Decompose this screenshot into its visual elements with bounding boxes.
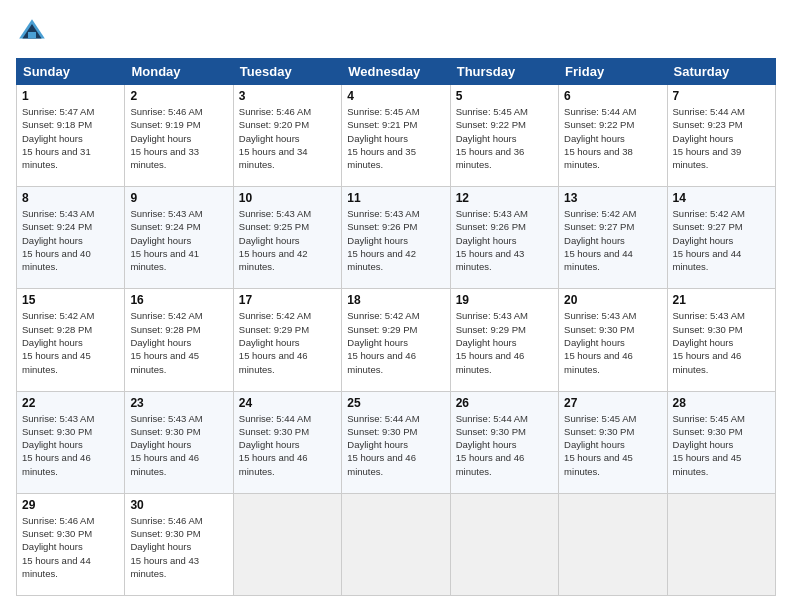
calendar-cell: 12 Sunrise: 5:43 AM Sunset: 9:26 PM Dayl…: [450, 187, 558, 289]
day-info: Sunrise: 5:43 AM Sunset: 9:24 PM Dayligh…: [130, 207, 227, 273]
day-number: 13: [564, 191, 661, 205]
weekday-header: Tuesday: [233, 59, 341, 85]
calendar-cell: 24 Sunrise: 5:44 AM Sunset: 9:30 PM Dayl…: [233, 391, 341, 493]
day-info: Sunrise: 5:42 AM Sunset: 9:29 PM Dayligh…: [347, 309, 444, 375]
day-info: Sunrise: 5:44 AM Sunset: 9:30 PM Dayligh…: [347, 412, 444, 478]
day-number: 4: [347, 89, 444, 103]
day-info: Sunrise: 5:43 AM Sunset: 9:24 PM Dayligh…: [22, 207, 119, 273]
day-info: Sunrise: 5:45 AM Sunset: 9:30 PM Dayligh…: [564, 412, 661, 478]
calendar-cell: 22 Sunrise: 5:43 AM Sunset: 9:30 PM Dayl…: [17, 391, 125, 493]
day-number: 11: [347, 191, 444, 205]
calendar-cell: [667, 493, 775, 595]
day-info: Sunrise: 5:43 AM Sunset: 9:30 PM Dayligh…: [22, 412, 119, 478]
calendar-cell: 6 Sunrise: 5:44 AM Sunset: 9:22 PM Dayli…: [559, 85, 667, 187]
day-number: 24: [239, 396, 336, 410]
day-number: 23: [130, 396, 227, 410]
day-number: 15: [22, 293, 119, 307]
day-info: Sunrise: 5:46 AM Sunset: 9:30 PM Dayligh…: [22, 514, 119, 580]
weekday-header: Friday: [559, 59, 667, 85]
weekday-header: Thursday: [450, 59, 558, 85]
calendar-week-row: 22 Sunrise: 5:43 AM Sunset: 9:30 PM Dayl…: [17, 391, 776, 493]
day-number: 21: [673, 293, 770, 307]
calendar-cell: 20 Sunrise: 5:43 AM Sunset: 9:30 PM Dayl…: [559, 289, 667, 391]
day-number: 10: [239, 191, 336, 205]
day-number: 22: [22, 396, 119, 410]
day-number: 14: [673, 191, 770, 205]
calendar-cell: 9 Sunrise: 5:43 AM Sunset: 9:24 PM Dayli…: [125, 187, 233, 289]
day-info: Sunrise: 5:45 AM Sunset: 9:30 PM Dayligh…: [673, 412, 770, 478]
day-number: 2: [130, 89, 227, 103]
day-info: Sunrise: 5:47 AM Sunset: 9:18 PM Dayligh…: [22, 105, 119, 171]
day-info: Sunrise: 5:43 AM Sunset: 9:26 PM Dayligh…: [456, 207, 553, 273]
day-info: Sunrise: 5:43 AM Sunset: 9:25 PM Dayligh…: [239, 207, 336, 273]
weekday-header: Monday: [125, 59, 233, 85]
day-info: Sunrise: 5:46 AM Sunset: 9:30 PM Dayligh…: [130, 514, 227, 580]
svg-rect-2: [28, 32, 36, 38]
day-number: 9: [130, 191, 227, 205]
day-info: Sunrise: 5:43 AM Sunset: 9:29 PM Dayligh…: [456, 309, 553, 375]
day-info: Sunrise: 5:42 AM Sunset: 9:27 PM Dayligh…: [673, 207, 770, 273]
logo-icon: [16, 16, 48, 48]
calendar-cell: 3 Sunrise: 5:46 AM Sunset: 9:20 PM Dayli…: [233, 85, 341, 187]
calendar-week-row: 1 Sunrise: 5:47 AM Sunset: 9:18 PM Dayli…: [17, 85, 776, 187]
day-info: Sunrise: 5:44 AM Sunset: 9:22 PM Dayligh…: [564, 105, 661, 171]
weekday-header: Saturday: [667, 59, 775, 85]
day-info: Sunrise: 5:43 AM Sunset: 9:30 PM Dayligh…: [564, 309, 661, 375]
day-number: 12: [456, 191, 553, 205]
calendar-cell: 17 Sunrise: 5:42 AM Sunset: 9:29 PM Dayl…: [233, 289, 341, 391]
day-info: Sunrise: 5:46 AM Sunset: 9:20 PM Dayligh…: [239, 105, 336, 171]
weekday-header: Sunday: [17, 59, 125, 85]
day-number: 3: [239, 89, 336, 103]
calendar-cell: 19 Sunrise: 5:43 AM Sunset: 9:29 PM Dayl…: [450, 289, 558, 391]
calendar-cell: 18 Sunrise: 5:42 AM Sunset: 9:29 PM Dayl…: [342, 289, 450, 391]
day-info: Sunrise: 5:43 AM Sunset: 9:26 PM Dayligh…: [347, 207, 444, 273]
calendar-cell: 10 Sunrise: 5:43 AM Sunset: 9:25 PM Dayl…: [233, 187, 341, 289]
calendar-cell: 11 Sunrise: 5:43 AM Sunset: 9:26 PM Dayl…: [342, 187, 450, 289]
calendar-cell: 15 Sunrise: 5:42 AM Sunset: 9:28 PM Dayl…: [17, 289, 125, 391]
day-number: 8: [22, 191, 119, 205]
day-number: 18: [347, 293, 444, 307]
header: [16, 16, 776, 48]
day-info: Sunrise: 5:42 AM Sunset: 9:28 PM Dayligh…: [22, 309, 119, 375]
day-info: Sunrise: 5:45 AM Sunset: 9:22 PM Dayligh…: [456, 105, 553, 171]
day-number: 25: [347, 396, 444, 410]
calendar-week-row: 29 Sunrise: 5:46 AM Sunset: 9:30 PM Dayl…: [17, 493, 776, 595]
calendar-cell: 13 Sunrise: 5:42 AM Sunset: 9:27 PM Dayl…: [559, 187, 667, 289]
day-number: 16: [130, 293, 227, 307]
calendar-cell: [233, 493, 341, 595]
calendar-cell: 27 Sunrise: 5:45 AM Sunset: 9:30 PM Dayl…: [559, 391, 667, 493]
calendar-cell: [342, 493, 450, 595]
weekday-header: Wednesday: [342, 59, 450, 85]
calendar-cell: 28 Sunrise: 5:45 AM Sunset: 9:30 PM Dayl…: [667, 391, 775, 493]
calendar-cell: 5 Sunrise: 5:45 AM Sunset: 9:22 PM Dayli…: [450, 85, 558, 187]
calendar-cell: 2 Sunrise: 5:46 AM Sunset: 9:19 PM Dayli…: [125, 85, 233, 187]
calendar-cell: 25 Sunrise: 5:44 AM Sunset: 9:30 PM Dayl…: [342, 391, 450, 493]
day-info: Sunrise: 5:43 AM Sunset: 9:30 PM Dayligh…: [673, 309, 770, 375]
day-info: Sunrise: 5:44 AM Sunset: 9:30 PM Dayligh…: [239, 412, 336, 478]
calendar-cell: [450, 493, 558, 595]
calendar-cell: [559, 493, 667, 595]
calendar: SundayMondayTuesdayWednesdayThursdayFrid…: [16, 58, 776, 596]
calendar-cell: 8 Sunrise: 5:43 AM Sunset: 9:24 PM Dayli…: [17, 187, 125, 289]
day-info: Sunrise: 5:42 AM Sunset: 9:27 PM Dayligh…: [564, 207, 661, 273]
day-info: Sunrise: 5:44 AM Sunset: 9:30 PM Dayligh…: [456, 412, 553, 478]
day-number: 6: [564, 89, 661, 103]
calendar-cell: 16 Sunrise: 5:42 AM Sunset: 9:28 PM Dayl…: [125, 289, 233, 391]
day-info: Sunrise: 5:42 AM Sunset: 9:29 PM Dayligh…: [239, 309, 336, 375]
calendar-cell: 30 Sunrise: 5:46 AM Sunset: 9:30 PM Dayl…: [125, 493, 233, 595]
calendar-week-row: 15 Sunrise: 5:42 AM Sunset: 9:28 PM Dayl…: [17, 289, 776, 391]
day-number: 28: [673, 396, 770, 410]
day-info: Sunrise: 5:44 AM Sunset: 9:23 PM Dayligh…: [673, 105, 770, 171]
day-info: Sunrise: 5:46 AM Sunset: 9:19 PM Dayligh…: [130, 105, 227, 171]
day-number: 17: [239, 293, 336, 307]
calendar-cell: 26 Sunrise: 5:44 AM Sunset: 9:30 PM Dayl…: [450, 391, 558, 493]
calendar-cell: 4 Sunrise: 5:45 AM Sunset: 9:21 PM Dayli…: [342, 85, 450, 187]
day-number: 26: [456, 396, 553, 410]
day-info: Sunrise: 5:45 AM Sunset: 9:21 PM Dayligh…: [347, 105, 444, 171]
calendar-cell: 14 Sunrise: 5:42 AM Sunset: 9:27 PM Dayl…: [667, 187, 775, 289]
page: SundayMondayTuesdayWednesdayThursdayFrid…: [0, 0, 792, 612]
day-info: Sunrise: 5:43 AM Sunset: 9:30 PM Dayligh…: [130, 412, 227, 478]
calendar-header-row: SundayMondayTuesdayWednesdayThursdayFrid…: [17, 59, 776, 85]
calendar-week-row: 8 Sunrise: 5:43 AM Sunset: 9:24 PM Dayli…: [17, 187, 776, 289]
day-number: 1: [22, 89, 119, 103]
